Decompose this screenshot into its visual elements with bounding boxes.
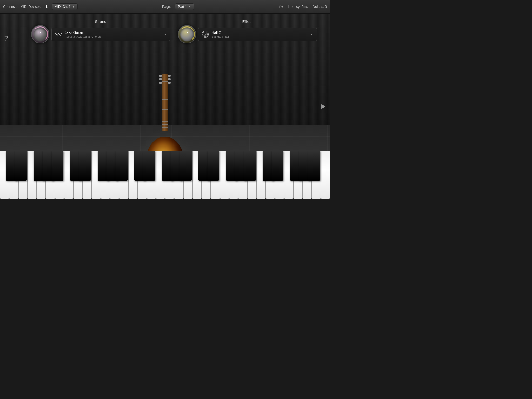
next-button[interactable]: ▶ — [321, 103, 326, 110]
page-arrow: ▼ — [189, 5, 191, 8]
svg-rect-21 — [159, 78, 162, 80]
svg-rect-25 — [168, 82, 171, 84]
effect-knob[interactable] — [178, 25, 196, 43]
svg-point-3 — [205, 34, 206, 35]
voices-display: Voices: 0 — [313, 5, 327, 9]
black-key[interactable] — [15, 151, 26, 181]
effect-icon — [201, 30, 210, 39]
piano-keyboard[interactable] — [0, 151, 330, 199]
black-key[interactable] — [244, 151, 256, 181]
effect-panel-title: Effect — [242, 19, 253, 24]
sound-dropdown-arrow: ▼ — [164, 32, 167, 36]
effect-name: Hall 2 — [211, 30, 309, 35]
effect-panel: Effect — [178, 19, 317, 43]
help-button[interactable]: ? — [4, 34, 8, 42]
controls-row: Sound — [31, 19, 317, 43]
page-label: Page: — [162, 5, 171, 9]
white-key[interactable] — [321, 151, 330, 199]
top-bar: Connected MIDI Devices: 1 MIDI Ch. 1 ▼ P… — [0, 0, 330, 14]
svg-rect-24 — [168, 78, 171, 80]
black-key[interactable] — [143, 151, 155, 181]
effect-text: Hall 2 Standard Hall — [211, 30, 309, 38]
latency-display: Latency: 5ms — [288, 5, 308, 9]
black-key[interactable] — [208, 151, 219, 181]
instrument-name: Jazz Guitar — [65, 30, 162, 35]
sound-panel-row: Jazz Guitar Acoustic Jazz Guitar Chords.… — [31, 25, 170, 43]
midi-channel-arrow: ▼ — [72, 5, 75, 8]
black-key[interactable] — [79, 151, 91, 181]
midi-value: 1 — [45, 5, 47, 9]
page-value: Part 1 — [178, 5, 187, 9]
sound-knob[interactable] — [31, 25, 49, 43]
effect-panel-row: Hall 2 Standard Hall ▼ — [178, 25, 317, 43]
piano-keys — [0, 151, 330, 199]
instrument-sub: Acoustic Jazz Guitar Chords. — [65, 35, 162, 38]
effect-dropdown-arrow: ▼ — [310, 32, 314, 36]
black-key[interactable] — [116, 151, 127, 181]
effect-sub: Standard Hall — [211, 35, 309, 38]
effect-selector[interactable]: Hall 2 Standard Hall ▼ — [198, 28, 317, 41]
stage: ? ▶ Sound — [0, 14, 330, 199]
system-info: Latency: 5ms Voices: 0 — [288, 5, 327, 9]
sound-selector[interactable]: Jazz Guitar Acoustic Jazz Guitar Chords.… — [51, 28, 170, 41]
page-dropdown[interactable]: Part 1 ▼ — [175, 3, 194, 10]
black-key[interactable] — [272, 151, 283, 181]
black-key[interactable] — [308, 151, 320, 181]
sound-panel-title: Sound — [95, 19, 107, 24]
svg-rect-20 — [159, 75, 162, 77]
black-key[interactable] — [52, 151, 63, 181]
midi-label: Connected MIDI Devices: — [3, 5, 41, 9]
waveform-icon — [54, 30, 63, 39]
black-key[interactable] — [180, 151, 191, 181]
midi-channel-label: MIDI Ch. 1 — [55, 5, 71, 9]
midi-channel-dropdown[interactable]: MIDI Ch. 1 ▼ — [52, 3, 78, 10]
svg-rect-23 — [168, 75, 171, 77]
sound-panel: Sound — [31, 19, 170, 43]
sound-text: Jazz Guitar Acoustic Jazz Guitar Chords. — [65, 30, 162, 38]
svg-rect-22 — [159, 82, 162, 84]
settings-button[interactable]: ⚙ — [278, 3, 284, 10]
